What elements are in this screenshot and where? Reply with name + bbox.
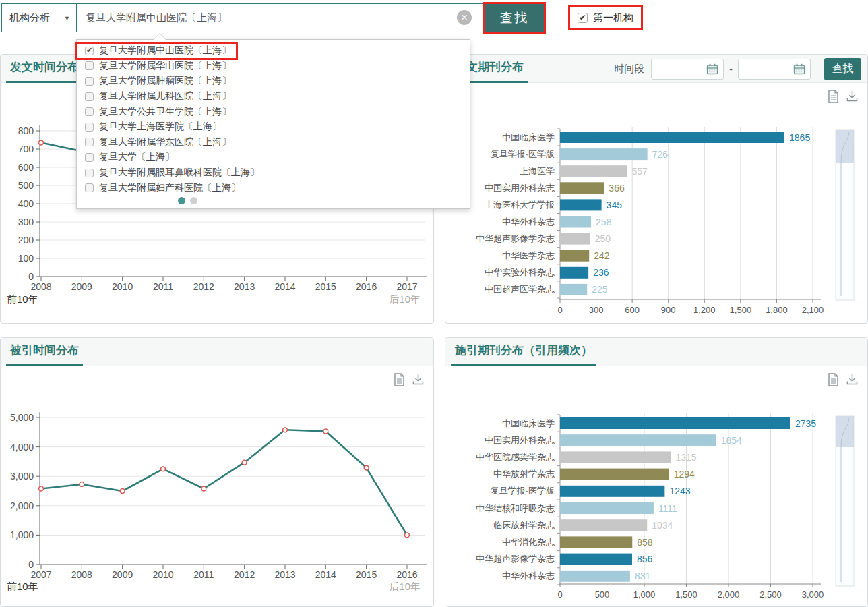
svg-text:上海医科大学学报: 上海医科大学学报 (485, 200, 555, 210)
bar (560, 519, 647, 531)
first-org-checkbox-group[interactable]: ✔ 第一机构 (568, 5, 643, 30)
panel-cited-time-body: 01,0002,0003,0004,0005,00020072008200920… (1, 366, 433, 607)
svg-text:2012: 2012 (234, 569, 255, 580)
data-view-icon[interactable] (394, 373, 405, 386)
time-range-controls: 时间段 - 查找 (614, 58, 861, 80)
svg-text:上海医学: 上海医学 (520, 166, 555, 176)
svg-text:中华外科杂志: 中华外科杂志 (502, 216, 555, 227)
item-label: 复旦大学附属妇产科医院〔上海〕 (99, 182, 241, 194)
item-checkbox[interactable]: ✔ (85, 138, 94, 146)
search-button[interactable]: 查找 (483, 2, 546, 34)
dropdown-item[interactable]: ✔复旦大学附属肿瘤医院〔上海〕 (77, 74, 237, 89)
cited-time-chart[interactable]: 01,0002,0003,0004,0005,00020072008200920… (1, 366, 435, 607)
svg-text:2,000: 2,000 (718, 589, 740, 600)
item-checkbox[interactable]: ✔ (85, 107, 94, 116)
svg-text:2015: 2015 (315, 281, 336, 292)
data-point (364, 465, 369, 470)
dropdown-item[interactable]: ✔复旦大学附属中山医院〔上海〕 (77, 43, 237, 59)
bar (560, 434, 716, 446)
svg-text:中华医院感染学杂志: 中华医院感染学杂志 (476, 452, 555, 462)
svg-text:2,100: 2,100 (802, 305, 824, 315)
download-icon[interactable] (846, 373, 859, 386)
item-label: 复旦大学上海医学院〔上海〕 (99, 121, 222, 133)
item-checkbox[interactable]: ✔ (85, 47, 94, 55)
bar-value: 858 (637, 537, 653, 548)
svg-text:2,000: 2,000 (10, 500, 34, 511)
dropdown-item[interactable]: ✔复旦大学附属眼耳鼻喉科医院〔上海〕 (77, 165, 265, 181)
calendar-icon[interactable] (793, 63, 805, 75)
svg-text:1,200: 1,200 (693, 305, 716, 315)
bar (560, 267, 588, 279)
svg-text:500: 500 (18, 180, 34, 191)
svg-text:2011: 2011 (153, 281, 173, 292)
svg-text:复旦学报·医学版: 复旦学报·医学版 (491, 486, 555, 496)
front-decade-label[interactable]: 前10年 (7, 293, 38, 306)
bar-value: 250 (595, 233, 611, 244)
bar-value: 726 (652, 149, 669, 160)
page-dot[interactable] (178, 197, 185, 204)
time-range-label: 时间段 (614, 63, 644, 76)
datazoom-slider[interactable] (836, 130, 854, 300)
bar (560, 216, 591, 228)
dropdown-item[interactable]: ✔复旦大学附属华东医院〔上海〕 (77, 135, 237, 150)
dropdown-item[interactable]: ✔复旦大学公共卫生学院〔上海〕 (77, 104, 237, 119)
svg-text:2008: 2008 (30, 281, 51, 292)
svg-text:2011: 2011 (193, 569, 214, 580)
dropdown-item[interactable]: ✔复旦大学附属儿科医院〔上海〕 (77, 89, 237, 105)
data-point (161, 467, 166, 471)
calendar-icon[interactable] (706, 63, 718, 75)
dropdown-item[interactable]: ✔复旦大学附属华山医院〔上海〕 (77, 59, 237, 74)
first-org-checkbox[interactable]: ✔ (578, 13, 588, 23)
search-input[interactable] (76, 3, 484, 32)
back-decade-label[interactable]: 后10年 (389, 293, 421, 306)
front-decade-label[interactable]: 前10年 (7, 581, 38, 594)
back-decade-label[interactable]: 后10年 (389, 581, 421, 594)
svg-text:2014: 2014 (315, 569, 336, 580)
svg-text:临床放射学杂志: 临床放射学杂志 (493, 520, 555, 530)
data-view-icon[interactable] (828, 90, 839, 103)
date-from-input[interactable] (651, 59, 724, 80)
item-checkbox[interactable]: ✔ (85, 92, 94, 101)
dropdown-item[interactable]: ✔复旦大学附属妇产科医院〔上海〕 (77, 180, 246, 196)
dropdown-item[interactable]: ✔复旦大学〔上海〕 (77, 150, 180, 165)
item-checkbox[interactable]: ✔ (85, 123, 94, 132)
data-view-icon[interactable] (828, 373, 839, 386)
date-to-input[interactable] (738, 59, 811, 80)
category-select-value: 机构分析 (9, 11, 50, 24)
bar-value: 1034 (652, 520, 673, 531)
svg-text:2008: 2008 (71, 569, 92, 580)
datazoom-slider[interactable] (836, 416, 854, 586)
download-icon[interactable] (846, 90, 859, 103)
clear-icon[interactable]: × (457, 10, 472, 25)
data-point (323, 429, 328, 434)
category-select[interactable]: 机构分析 ▼ (1, 3, 77, 32)
citing-journal-chart[interactable]: 中国临床医学2735中国实用外科杂志1854中华医院感染学杂志1315中华放射学… (445, 366, 868, 607)
bar-value: 258 (596, 216, 612, 227)
svg-text:5,000: 5,000 (10, 412, 34, 423)
svg-text:2014: 2014 (274, 281, 295, 292)
item-label: 复旦大学附属儿科医院〔上海〕 (99, 90, 231, 103)
item-checkbox[interactable]: ✔ (85, 61, 94, 70)
panel-citing-journal: 施引期刊分布（引用频次） 中国临床医学2735中国实用外科杂志1854中华医院感… (445, 337, 868, 607)
svg-text:2,500: 2,500 (760, 589, 782, 600)
item-checkbox[interactable]: ✔ (85, 183, 94, 192)
item-checkbox[interactable]: ✔ (85, 77, 94, 86)
suggestion-list: ✔复旦大学附属中山医院〔上海〕✔复旦大学附属华山医院〔上海〕✔复旦大学附属肿瘤医… (77, 40, 470, 196)
item-checkbox[interactable]: ✔ (85, 153, 94, 162)
svg-text:中国超声医学杂志: 中国超声医学杂志 (485, 284, 555, 294)
bar-value: 1294 (674, 469, 695, 480)
bar-value: 557 (631, 166, 648, 177)
page-dot[interactable] (190, 197, 197, 204)
topbar: 机构分析 ▼ × 查找 ✔ 第一机构 (0, 0, 868, 38)
bar (560, 233, 590, 245)
dropdown-item[interactable]: ✔复旦大学上海医学院〔上海〕 (77, 119, 227, 135)
svg-text:1,500: 1,500 (675, 589, 698, 600)
svg-text:3,000: 3,000 (802, 589, 824, 600)
pub-journal-chart[interactable]: 中国临床医学1865复旦学报·医学版726上海医学557中国实用外科杂志366上… (445, 83, 868, 324)
bar (560, 250, 589, 262)
svg-text:100: 100 (18, 253, 34, 264)
bar (560, 165, 627, 177)
download-icon[interactable] (412, 373, 425, 386)
item-checkbox[interactable]: ✔ (85, 169, 94, 177)
range-search-button[interactable]: 查找 (824, 58, 861, 80)
